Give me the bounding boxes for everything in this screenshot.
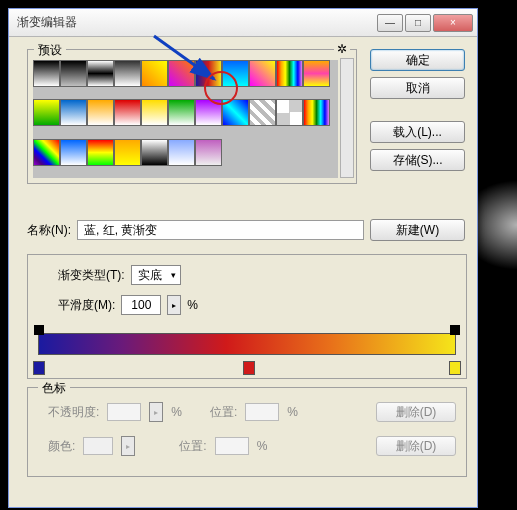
- window-buttons: — □ ×: [377, 14, 473, 32]
- presets-label: 预设: [34, 42, 66, 59]
- preset-swatch-26[interactable]: [141, 139, 168, 166]
- preset-swatch-27[interactable]: [168, 139, 195, 166]
- preset-swatch-1[interactable]: [60, 60, 87, 87]
- preset-swatch-14[interactable]: [114, 99, 141, 126]
- opacity-label: 不透明度:: [48, 404, 99, 421]
- gradient-group: 渐变类型(T): 实底 平滑度(M): ▸ %: [27, 254, 467, 379]
- opacity-input: [107, 403, 141, 421]
- position-percent-1: %: [287, 405, 298, 419]
- preset-swatch-12[interactable]: [60, 99, 87, 126]
- preset-swatch-3[interactable]: [114, 60, 141, 87]
- smoothness-input[interactable]: [121, 295, 161, 315]
- preset-swatch-0[interactable]: [33, 60, 60, 87]
- gradient-editor-dialog: 渐变编辑器 — □ × 预设 ✲ 确定 取消 载入(L)... 存储(S)...…: [8, 8, 478, 508]
- action-buttons: 确定 取消 载入(L)... 存储(S)...: [370, 49, 465, 171]
- save-button[interactable]: 存储(S)...: [370, 149, 465, 171]
- color-stop-blue[interactable]: [33, 361, 45, 375]
- delete-color-stop-button: 删除(D): [376, 436, 456, 456]
- opacity-stop-left[interactable]: [34, 325, 44, 335]
- gradient-type-select[interactable]: 实底: [131, 265, 181, 285]
- preset-swatch-13[interactable]: [87, 99, 114, 126]
- color-well: [83, 437, 113, 455]
- opacity-stepper: ▸: [149, 402, 163, 422]
- position-label-2: 位置:: [179, 438, 206, 455]
- percent-label: %: [187, 298, 198, 312]
- preset-swatch-16[interactable]: [168, 99, 195, 126]
- close-button[interactable]: ×: [433, 14, 473, 32]
- gear-icon[interactable]: ✲: [334, 42, 350, 56]
- preset-swatch-25[interactable]: [114, 139, 141, 166]
- opacity-percent: %: [171, 405, 182, 419]
- minimize-button[interactable]: —: [377, 14, 403, 32]
- smoothness-stepper[interactable]: ▸: [167, 295, 181, 315]
- color-stop-row: 颜色: ▸ 位置: % 删除(D): [48, 436, 456, 456]
- preset-swatch-24[interactable]: [87, 139, 114, 166]
- preset-swatch-15[interactable]: [141, 99, 168, 126]
- preset-swatch-10[interactable]: [303, 60, 330, 87]
- delete-opacity-stop-button: 删除(D): [376, 402, 456, 422]
- position-label-1: 位置:: [210, 404, 237, 421]
- color-stop-red[interactable]: [243, 361, 255, 375]
- name-row: 名称(N): 新建(W): [27, 219, 465, 241]
- preset-swatch-20[interactable]: [276, 99, 303, 126]
- preset-swatch-28[interactable]: [195, 139, 222, 166]
- opacity-position-input: [245, 403, 279, 421]
- color-stop-yellow[interactable]: [449, 361, 461, 375]
- gradient-bar[interactable]: [38, 333, 456, 355]
- opacity-stop-right[interactable]: [450, 325, 460, 335]
- position-percent-2: %: [257, 439, 268, 453]
- presets-scrollbar[interactable]: [340, 58, 354, 178]
- smoothness-label: 平滑度(M):: [58, 297, 115, 314]
- preset-swatch-11[interactable]: [33, 99, 60, 126]
- gradient-type-label: 渐变类型(T):: [58, 267, 125, 284]
- preset-swatch-7[interactable]: [222, 60, 249, 87]
- preset-swatch-19[interactable]: [249, 99, 276, 126]
- preset-swatch-8[interactable]: [249, 60, 276, 87]
- opacity-stop-row: 不透明度: ▸ % 位置: % 删除(D): [48, 402, 456, 422]
- maximize-button[interactable]: □: [405, 14, 431, 32]
- preset-grid: [33, 60, 338, 178]
- name-label: 名称(N):: [27, 222, 71, 239]
- color-label: 颜色:: [48, 438, 75, 455]
- presets-group: 预设 ✲: [27, 49, 357, 184]
- titlebar: 渐变编辑器 — □ ×: [9, 9, 477, 37]
- preset-swatch-21[interactable]: [303, 99, 330, 126]
- preset-swatch-2[interactable]: [87, 60, 114, 87]
- cancel-button[interactable]: 取消: [370, 77, 465, 99]
- preset-swatch-9[interactable]: [276, 60, 303, 87]
- ok-button[interactable]: 确定: [370, 49, 465, 71]
- load-button[interactable]: 载入(L)...: [370, 121, 465, 143]
- gradient-bar-wrap: [38, 333, 456, 373]
- color-stepper: ▸: [121, 436, 135, 456]
- preset-swatch-5[interactable]: [168, 60, 195, 87]
- color-position-input: [215, 437, 249, 455]
- stops-group-label: 色标: [38, 380, 70, 397]
- name-input[interactable]: [77, 220, 364, 240]
- new-button[interactable]: 新建(W): [370, 219, 465, 241]
- preset-swatch-4[interactable]: [141, 60, 168, 87]
- preset-swatch-6[interactable]: [195, 60, 222, 87]
- preset-swatch-22[interactable]: [33, 139, 60, 166]
- preset-swatch-23[interactable]: [60, 139, 87, 166]
- window-title: 渐变编辑器: [17, 14, 377, 31]
- stops-group: 色标 不透明度: ▸ % 位置: % 删除(D) 颜色: ▸ 位置: % 删除(…: [27, 387, 467, 477]
- preset-swatch-17[interactable]: [195, 99, 222, 126]
- preset-swatch-18[interactable]: [222, 99, 249, 126]
